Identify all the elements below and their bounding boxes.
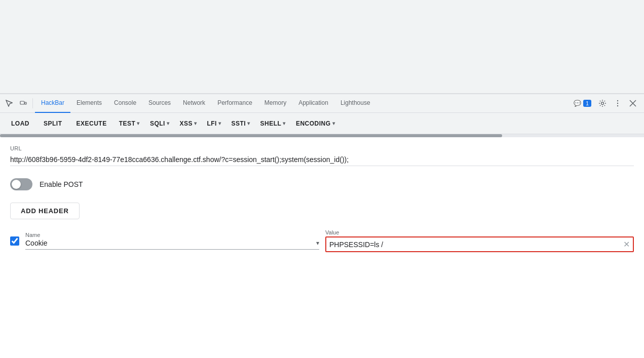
- clear-value-icon[interactable]: ✕: [623, 240, 630, 249]
- enable-post-section: Enable POST: [10, 178, 634, 190]
- header-row: Name Cookie ▾ Value ✕: [10, 229, 634, 252]
- device-toolbar-icon[interactable]: [16, 96, 30, 110]
- url-section: URL: [10, 145, 634, 166]
- url-label: URL: [10, 145, 634, 151]
- ssti-dropdown-button[interactable]: SSTI ▾: [226, 115, 255, 132]
- tab-application[interactable]: Application: [292, 94, 334, 113]
- message-badge-button[interactable]: 💬 1: [571, 97, 594, 109]
- svg-point-3: [617, 100, 618, 101]
- lfi-dropdown-button[interactable]: LFI ▾: [202, 115, 226, 132]
- devtools-panel: HackBar Elements Console Sources Network…: [0, 94, 644, 358]
- toggle-thumb: [12, 180, 21, 189]
- value-input-wrapper: ✕: [325, 236, 634, 252]
- shell-chevron-icon: ▾: [283, 121, 286, 126]
- devtools-right-icons: 💬 1: [571, 96, 642, 110]
- header-value-input[interactable]: [329, 241, 623, 249]
- close-devtools-icon[interactable]: [626, 96, 640, 110]
- header-value-section: Value ✕: [325, 229, 634, 252]
- badge-count: 1: [583, 100, 591, 107]
- browser-top-area: [0, 0, 644, 94]
- tab-lighthouse[interactable]: Lighthouse: [334, 94, 376, 113]
- load-button[interactable]: LOAD: [4, 115, 36, 132]
- shell-dropdown-button[interactable]: SHELL ▾: [255, 115, 291, 132]
- sqli-dropdown-button[interactable]: SQLI ▾: [145, 115, 175, 132]
- encoding-dropdown-button[interactable]: ENCODING ▾: [291, 115, 340, 132]
- name-field-label: Name: [25, 232, 319, 238]
- svg-point-4: [617, 103, 618, 104]
- svg-rect-0: [20, 101, 24, 104]
- tab-separator: [32, 98, 33, 108]
- url-input[interactable]: [10, 153, 634, 166]
- message-icon: 💬: [574, 100, 581, 107]
- inspect-element-icon[interactable]: [2, 96, 16, 110]
- xss-chevron-icon: ▾: [194, 121, 197, 126]
- xss-dropdown-button[interactable]: XSS ▾: [174, 115, 202, 132]
- header-name-section: Name Cookie ▾: [25, 232, 319, 250]
- encoding-chevron-icon: ▾: [332, 121, 335, 126]
- tab-elements[interactable]: Elements: [70, 94, 108, 113]
- devtools-tab-bar: HackBar Elements Console Sources Network…: [0, 94, 644, 113]
- ssti-chevron-icon: ▾: [247, 121, 250, 126]
- svg-point-5: [617, 105, 618, 106]
- tab-network[interactable]: Network: [177, 94, 211, 113]
- split-button[interactable]: SPLIT: [36, 115, 69, 132]
- name-select-chevron-icon: ▾: [316, 240, 319, 247]
- name-select-wrapper: Cookie ▾: [25, 239, 319, 250]
- execute-button[interactable]: EXECUTE: [69, 115, 114, 132]
- lfi-chevron-icon: ▾: [218, 121, 221, 126]
- sqli-chevron-icon: ▾: [167, 121, 170, 126]
- tab-console[interactable]: Console: [108, 94, 142, 113]
- svg-rect-1: [25, 102, 26, 104]
- svg-point-2: [601, 102, 604, 105]
- header-name-select[interactable]: Cookie: [25, 239, 316, 247]
- hackbar-toolbar: LOAD SPLIT EXECUTE TEST ▾ SQLI ▾ XSS ▾ L…: [0, 113, 644, 134]
- value-field-label: Value: [325, 229, 634, 235]
- toolbar-scrollbar-thumb: [0, 134, 502, 137]
- test-chevron-icon: ▾: [137, 121, 140, 126]
- tab-performance[interactable]: Performance: [211, 94, 258, 113]
- settings-icon[interactable]: [595, 96, 610, 110]
- more-options-icon[interactable]: [611, 96, 625, 110]
- tab-hackbar[interactable]: HackBar: [35, 94, 70, 113]
- test-dropdown-button[interactable]: TEST ▾: [114, 115, 145, 132]
- enable-post-label: Enable POST: [40, 180, 83, 188]
- hackbar-content: URL Enable POST ADD HEADER Name Cooki: [0, 137, 644, 358]
- toolbar-scrollbar: [0, 134, 644, 137]
- tab-memory[interactable]: Memory: [258, 94, 292, 113]
- header-row-checkbox[interactable]: [10, 236, 19, 246]
- tab-sources[interactable]: Sources: [142, 94, 177, 113]
- enable-post-toggle[interactable]: [10, 178, 32, 190]
- add-header-button[interactable]: ADD HEADER: [10, 203, 80, 219]
